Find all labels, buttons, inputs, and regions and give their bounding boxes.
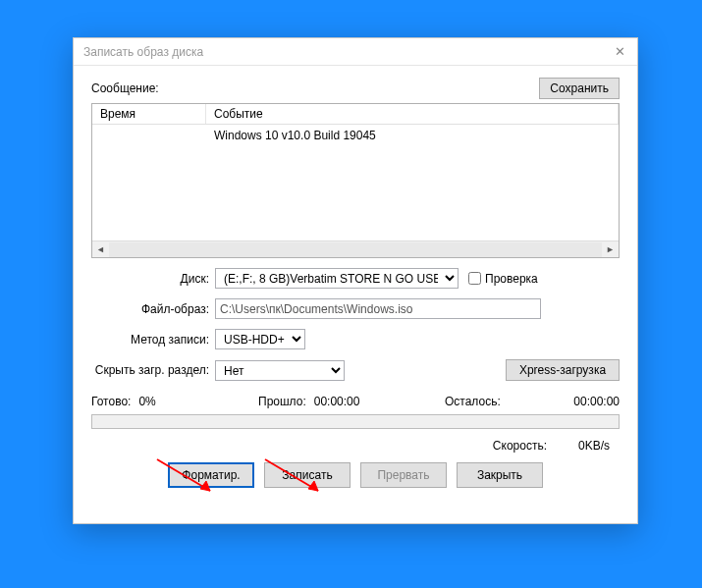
window-title: Записать образ диска: [81, 45, 611, 59]
xpress-boot-button[interactable]: Xpress-загрузка: [506, 359, 620, 381]
close-icon[interactable]: ✕: [611, 44, 629, 59]
speed-value: 0KB/s: [578, 439, 610, 453]
hide-label: Скрыть загр. раздел:: [91, 363, 215, 377]
write-button[interactable]: Записать: [264, 462, 351, 488]
verify-checkbox-wrap[interactable]: Проверка: [468, 272, 538, 286]
scroll-right-icon[interactable]: ►: [602, 242, 619, 257]
method-label: Метод записи:: [91, 333, 215, 347]
messages-label: Сообщение:: [91, 81, 539, 95]
list-header: Время Событие: [92, 104, 619, 125]
file-label: Файл-образ:: [91, 302, 215, 316]
remain-label: Осталось:: [445, 395, 501, 408]
speed-label: Скорость:: [493, 439, 547, 453]
list-item: Windows 10 v10.0 Build 19045: [214, 129, 611, 142]
titlebar[interactable]: Записать образ диска ✕: [74, 38, 637, 66]
verify-checkbox[interactable]: [468, 272, 481, 285]
progress-bar: [91, 414, 620, 429]
disk-select[interactable]: (E:,F:, 8 GB)Verbatim STORE N GO USB Dev…: [215, 268, 459, 289]
file-input[interactable]: [215, 298, 541, 319]
col-time-header[interactable]: Время: [92, 104, 206, 124]
messages-list[interactable]: Время Событие Windows 10 v10.0 Build 190…: [91, 103, 620, 258]
write-method-select[interactable]: USB-HDD+: [215, 329, 305, 349]
ready-label: Готово:: [91, 395, 131, 408]
elapsed-label: Прошло:: [258, 395, 306, 408]
verify-label: Проверка: [485, 272, 538, 286]
dialog-window: Записать образ диска ✕ Сообщение: Сохран…: [73, 37, 638, 524]
scroll-left-icon[interactable]: ◄: [92, 242, 109, 257]
elapsed-value: 00:00:00: [314, 395, 360, 408]
abort-button[interactable]: Прервать: [360, 462, 447, 488]
close-button[interactable]: Закрыть: [457, 462, 543, 488]
horizontal-scrollbar[interactable]: ◄ ►: [92, 241, 619, 257]
col-event-header[interactable]: Событие: [206, 104, 619, 124]
ready-value: 0%: [138, 395, 155, 408]
hide-partition-select[interactable]: Нет: [215, 360, 345, 381]
remain-value: 00:00:00: [573, 395, 620, 408]
scroll-track[interactable]: [109, 242, 602, 257]
disk-label: Диск:: [91, 272, 215, 286]
content-area: Сообщение: Сохранить Время Событие Windo…: [74, 66, 637, 502]
format-button[interactable]: Форматир.: [168, 462, 254, 488]
save-button[interactable]: Сохранить: [539, 78, 620, 99]
